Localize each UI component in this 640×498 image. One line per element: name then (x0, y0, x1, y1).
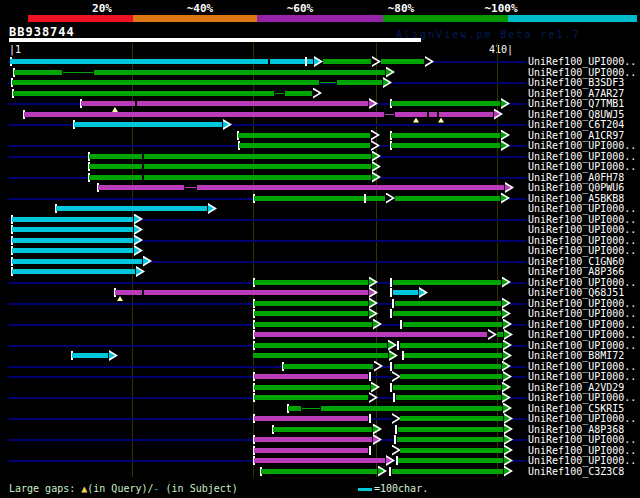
alignment-bar[interactable] (254, 437, 372, 442)
alignment-bar[interactable] (12, 269, 135, 274)
hit-label[interactable]: UniRef100_Q7TMB1 (528, 99, 624, 109)
alignment-bar[interactable] (89, 175, 371, 180)
alignment-row[interactable]: UniRef100_Q7TMB1 (0, 99, 640, 110)
alignment-bar[interactable] (98, 185, 184, 190)
alignment-row[interactable]: UniRef100_C3Z3C8 (0, 467, 640, 478)
alignment-bar[interactable] (288, 406, 301, 411)
hit-label[interactable]: UniRef100_UPI000.. (528, 299, 636, 309)
alignment-bar[interactable] (261, 469, 377, 474)
hit-label[interactable]: UniRef100_Q8UWJ5 (528, 110, 624, 120)
hit-label[interactable]: UniRef100_UPI000.. (528, 435, 636, 445)
alignment-bar[interactable] (400, 448, 503, 453)
hit-label[interactable]: UniRef100_UPI000.. (528, 309, 636, 319)
alignment-row[interactable]: UniRef100_B8MI72 (0, 351, 640, 362)
alignment-bar[interactable] (239, 143, 370, 148)
alignment-bar[interactable] (24, 112, 384, 117)
alignment-row[interactable]: UniRef100_UPI000.. (0, 309, 640, 320)
alignment-row[interactable]: UniRef100_UPI000.. (0, 162, 640, 173)
alignment-bar[interactable] (12, 259, 142, 264)
alignment-bar[interactable] (395, 301, 501, 306)
hit-label[interactable]: UniRef100_C6T204 (528, 120, 624, 130)
hit-label[interactable]: UniRef100_UPI000.. (528, 414, 636, 424)
alignment-bar[interactable] (403, 322, 502, 327)
hit-label[interactable]: UniRef100_A8P366 (528, 267, 624, 277)
alignment-bar[interactable] (283, 364, 373, 369)
alignment-bar[interactable] (400, 416, 503, 421)
alignment-bar[interactable] (273, 427, 372, 432)
alignment-row[interactable]: UniRef100_UPI000.. (0, 141, 640, 152)
alignment-row[interactable]: UniRef100_Q0PWU6 (0, 183, 640, 194)
hit-label[interactable]: UniRef100_UPI000.. (528, 204, 636, 214)
alignment-bar[interactable] (395, 112, 493, 117)
alignment-bar[interactable] (72, 353, 108, 358)
hit-label[interactable]: UniRef100_B8MI72 (528, 351, 624, 361)
alignment-bar[interactable] (197, 185, 504, 190)
alignment-bar[interactable] (400, 374, 502, 379)
alignment-bar[interactable] (394, 364, 501, 369)
hit-label[interactable]: UniRef100_A2VD29 (528, 383, 624, 393)
alignment-bar[interactable] (398, 458, 503, 463)
alignment-bar[interactable] (323, 59, 371, 64)
alignment-bar[interactable] (94, 70, 385, 75)
hit-label[interactable]: UniRef100_UPI000.. (528, 341, 636, 351)
alignment-bar[interactable] (13, 91, 274, 96)
alignment-bar[interactable] (89, 154, 371, 159)
hit-label[interactable]: UniRef100_Q0PWU6 (528, 183, 624, 193)
alignment-row[interactable]: UniRef100_A8P366 (0, 267, 640, 278)
hit-label[interactable]: UniRef100_C1GN60 (528, 257, 624, 267)
alignment-row[interactable]: UniRef100_UPI000.. (0, 246, 640, 257)
alignment-bar[interactable] (12, 217, 133, 222)
alignment-bar[interactable] (497, 332, 503, 337)
alignment-bar[interactable] (397, 437, 503, 442)
alignment-row[interactable]: UniRef100_B3SDF3 (0, 78, 640, 89)
alignment-bar[interactable] (285, 91, 312, 96)
alignment-bar[interactable] (254, 343, 387, 348)
hit-label[interactable]: UniRef100_UPI000.. (528, 68, 636, 78)
alignment-bar[interactable] (254, 385, 370, 390)
alignment-row[interactable]: UniRef100_UPI000.. (0, 456, 640, 467)
hit-label[interactable]: UniRef100_UPI000.. (528, 246, 636, 256)
alignment-bar[interactable] (391, 143, 500, 148)
hit-label[interactable]: UniRef100_UPI000.. (528, 57, 636, 67)
hit-label[interactable]: UniRef100_C5KRI5 (528, 404, 624, 414)
alignment-bar[interactable] (254, 458, 385, 463)
hit-label[interactable]: UniRef100_A8P368 (528, 425, 624, 435)
alignment-bar[interactable] (254, 395, 368, 400)
alignment-bar[interactable] (381, 59, 424, 64)
alignment-bar[interactable] (254, 311, 368, 316)
alignment-bar[interactable] (393, 311, 501, 316)
hit-label[interactable]: UniRef100_UPI000.. (528, 236, 636, 246)
hit-label[interactable]: UniRef100_UPI000.. (528, 393, 636, 403)
alignment-bar[interactable] (391, 133, 500, 138)
alignment-bar[interactable] (254, 322, 372, 327)
hit-label[interactable]: UniRef100_UPI000.. (528, 456, 636, 466)
hit-label[interactable]: UniRef100_UPI000.. (528, 446, 636, 456)
hit-label[interactable]: UniRef100_A5BKB8 (528, 194, 624, 204)
alignment-bar[interactable] (12, 227, 133, 232)
hit-label[interactable]: UniRef100_A7AR27 (528, 89, 624, 99)
alignment-row[interactable]: UniRef100_UPI000.. (0, 225, 640, 236)
hit-label[interactable]: UniRef100_Q68J51 (528, 288, 624, 298)
hit-label[interactable]: UniRef100_UPI000.. (528, 141, 636, 151)
hit-label[interactable]: UniRef100_UPI000.. (528, 225, 636, 235)
alignment-bar[interactable] (400, 343, 502, 348)
alignment-bar[interactable] (12, 80, 319, 85)
alignment-bar[interactable] (254, 332, 487, 337)
alignment-bar[interactable] (398, 427, 503, 432)
hit-label[interactable]: UniRef100_UPI000.. (528, 278, 636, 288)
alignment-bar[interactable] (74, 122, 222, 127)
alignment-row[interactable]: UniRef100_Q68J51 (0, 288, 640, 299)
alignment-row[interactable]: UniRef100_UPI000.. (0, 330, 640, 341)
alignment-bar[interactable] (337, 80, 382, 85)
alignment-bar[interactable] (254, 301, 368, 306)
alignment-row[interactable]: UniRef100_UPI000.. (0, 393, 640, 404)
hit-label[interactable]: UniRef100_UPI000.. (528, 330, 636, 340)
alignment-row[interactable]: UniRef100_C6T204 (0, 120, 640, 131)
alignment-bar[interactable] (396, 395, 501, 400)
alignment-bar[interactable] (404, 353, 502, 358)
hit-label[interactable]: UniRef100_UPI000.. (528, 362, 636, 372)
alignment-bar[interactable] (321, 406, 502, 411)
alignment-bar[interactable] (392, 469, 503, 474)
hit-label[interactable]: UniRef100_A0FH78 (528, 173, 624, 183)
alignment-bar[interactable] (238, 133, 370, 138)
